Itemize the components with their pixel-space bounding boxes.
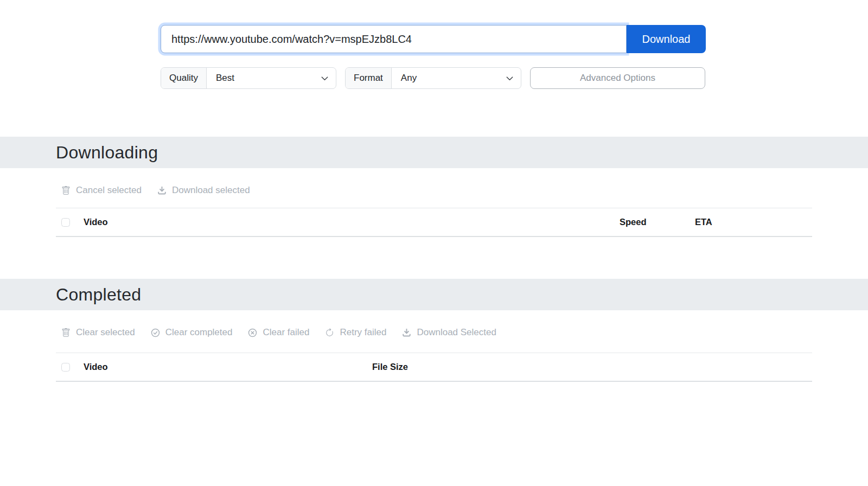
- column-header-eta: ETA: [690, 208, 812, 237]
- downloading-table: Video Speed ETA: [56, 208, 812, 237]
- downloading-section: Downloading Cancel selected Download sel…: [0, 137, 868, 237]
- action-label: Clear failed: [263, 327, 309, 338]
- download-selected-button[interactable]: Download Selected: [402, 327, 496, 338]
- completed-table-header-row: Video File Size: [56, 353, 812, 382]
- downloading-actions: Cancel selected Download selected: [61, 185, 868, 196]
- column-header-speed: Speed: [614, 208, 690, 237]
- download-button[interactable]: Download: [627, 25, 706, 53]
- quality-label: Quality: [161, 68, 207, 88]
- quality-selected-value: Best: [216, 73, 234, 84]
- clear-failed-button[interactable]: Clear failed: [248, 327, 309, 338]
- url-row: Download: [161, 25, 868, 53]
- completed-actions: Clear selected Clear completed Clear fai…: [61, 327, 868, 338]
- format-selected-value: Any: [401, 73, 417, 84]
- x-circle-icon: [248, 328, 257, 337]
- completed-section-title: Completed: [56, 285, 141, 305]
- url-input-group: Download: [161, 25, 706, 53]
- clear-completed-button[interactable]: Clear completed: [151, 327, 233, 338]
- clear-selected-button[interactable]: Clear selected: [61, 327, 135, 338]
- completed-header-band: Completed: [0, 279, 868, 310]
- downloading-table-header-row: Video Speed ETA: [56, 208, 812, 237]
- action-label: Cancel selected: [76, 185, 142, 196]
- trash-icon: [61, 186, 71, 195]
- select-all-checkbox[interactable]: [61, 363, 70, 372]
- controls-row: Quality Best Format Any Advanced Options: [161, 67, 868, 89]
- action-label: Clear completed: [165, 327, 233, 338]
- download-selected-button[interactable]: Download selected: [157, 185, 250, 196]
- select-all-checkbox[interactable]: [61, 218, 70, 227]
- retry-failed-button[interactable]: Retry failed: [325, 327, 386, 338]
- trash-icon: [61, 328, 71, 337]
- action-label: Clear selected: [76, 327, 135, 338]
- format-label: Format: [346, 68, 392, 88]
- download-icon: [402, 328, 411, 337]
- quality-group: Quality Best: [161, 67, 336, 89]
- chevron-down-icon: [321, 74, 329, 82]
- action-label: Retry failed: [340, 327, 386, 338]
- downloading-header-band: Downloading: [0, 137, 868, 168]
- completed-section: Completed Clear selected Clear completed…: [0, 279, 868, 382]
- action-label: Download selected: [172, 185, 250, 196]
- column-header-video: Video: [78, 353, 367, 382]
- completed-table: Video File Size: [56, 353, 812, 382]
- format-select[interactable]: Any: [392, 68, 521, 88]
- redo-icon: [325, 328, 334, 337]
- check-circle-icon: [151, 328, 160, 337]
- cancel-selected-button[interactable]: Cancel selected: [61, 185, 142, 196]
- column-header-file-size: File Size: [367, 353, 812, 382]
- downloading-section-title: Downloading: [56, 143, 158, 163]
- download-icon: [157, 186, 167, 195]
- chevron-down-icon: [506, 74, 514, 82]
- format-group: Format Any: [345, 67, 521, 89]
- action-label: Download Selected: [417, 327, 496, 338]
- advanced-options-button[interactable]: Advanced Options: [530, 67, 705, 89]
- quality-select[interactable]: Best: [207, 68, 336, 88]
- url-input[interactable]: [161, 25, 627, 53]
- column-header-video: Video: [78, 208, 614, 237]
